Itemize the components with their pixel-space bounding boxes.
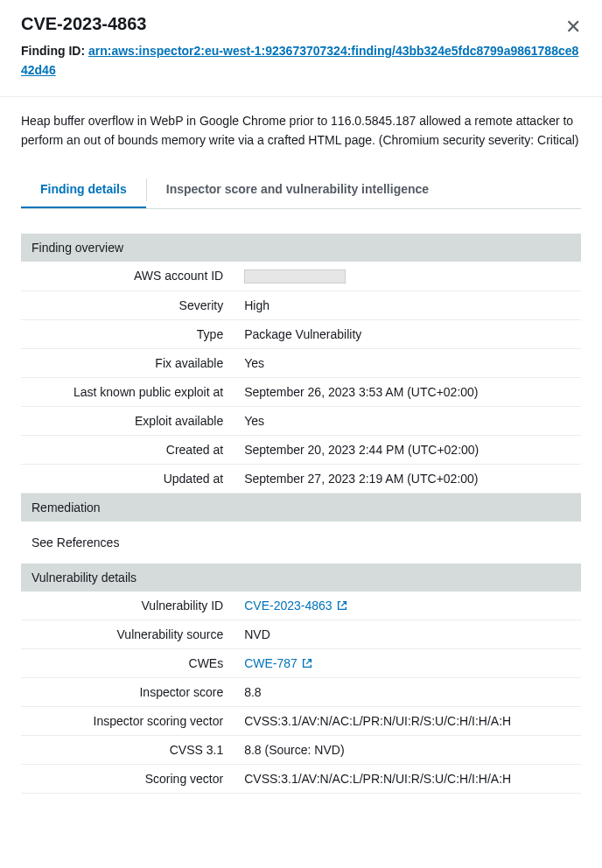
vuln-key-id: Vulnerability ID [21, 592, 234, 620]
overview-value-severity: High [234, 290, 581, 319]
vuln-key-cvss31: CVSS 3.1 [21, 735, 234, 764]
overview-key-created: Created at [21, 435, 234, 464]
overview-key-type: Type [21, 319, 234, 348]
close-button[interactable]: ✕ [565, 18, 581, 37]
table-row: Fix available Yes [21, 348, 581, 377]
table-row: Last known public exploit at September 2… [21, 377, 581, 406]
vuln-value-scoring-vector: CVSS:3.1/AV:N/AC:L/PR:N/UI:R/S:U/C:H/I:H… [234, 764, 581, 793]
overview-key-updated: Updated at [21, 464, 234, 493]
table-row: Exploit available Yes [21, 406, 581, 435]
vuln-key-cwes: CWEs [21, 648, 234, 677]
overview-value-type: Package Vulnerability [234, 319, 581, 348]
overview-table: AWS account ID Severity High Type Packag… [21, 262, 581, 494]
table-row: CVSS 3.1 8.8 (Source: NVD) [21, 735, 581, 764]
table-row: Type Package Vulnerability [21, 319, 581, 348]
vuln-value-inspector-vector: CVSS:3.1/AV:N/AC:L/PR:N/UI:R/S:U/C:H/I:H… [234, 706, 581, 735]
finding-id-row: Finding ID: arn:aws:inspector2:eu-west-1… [21, 41, 581, 80]
finding-id-label: Finding ID: [21, 44, 88, 58]
table-row: Inspector score 8.8 [21, 677, 581, 706]
vuln-value-cvss31: 8.8 (Source: NVD) [234, 735, 581, 764]
cwe-link-text: CWE-787 [244, 656, 298, 670]
vuln-key-scoring-vector: Scoring vector [21, 764, 234, 793]
overview-value-updated: September 27, 2023 2:19 AM (UTC+02:00) [234, 464, 581, 493]
vuln-key-inspector-score: Inspector score [21, 677, 234, 706]
table-row: Created at September 20, 2023 2:44 PM (U… [21, 435, 581, 464]
overview-value-aws-account [234, 262, 581, 291]
finding-id-link[interactable]: arn:aws:inspector2:eu-west-1:92367370732… [21, 44, 578, 77]
vuln-key-source: Vulnerability source [21, 620, 234, 648]
overview-value-created: September 20, 2023 2:44 PM (UTC+02:00) [234, 435, 581, 464]
section-header-overview: Finding overview [21, 234, 581, 262]
vuln-value-cwes: CWE-787 [234, 648, 581, 677]
table-row: Vulnerability ID CVE-2023-4863 [21, 592, 581, 620]
table-row: CWEs CWE-787 [21, 648, 581, 677]
overview-key-last-exploit: Last known public exploit at [21, 377, 234, 406]
tab-bar: Finding details Inspector score and vuln… [21, 172, 581, 209]
overview-key-aws-account: AWS account ID [21, 262, 234, 291]
vuln-value-source: NVD [234, 620, 581, 648]
vuln-value-inspector-score: 8.8 [234, 677, 581, 706]
external-link-icon [301, 657, 313, 669]
overview-key-exploit-avail: Exploit available [21, 406, 234, 435]
finding-title: CVE-2023-4863 [21, 14, 581, 34]
section-header-remediation: Remediation [21, 494, 581, 522]
overview-key-fix: Fix available [21, 348, 234, 377]
redacted-account-id [244, 270, 346, 284]
overview-value-last-exploit: September 26, 2023 3:53 AM (UTC+02:00) [234, 377, 581, 406]
section-header-vuln: Vulnerability details [21, 564, 581, 592]
vuln-id-link-text: CVE-2023-4863 [244, 598, 332, 612]
table-row: AWS account ID [21, 262, 581, 291]
vuln-value-id: CVE-2023-4863 [234, 592, 581, 620]
finding-description: Heap buffer overflow in WebP in Google C… [21, 111, 581, 150]
overview-value-fix: Yes [234, 348, 581, 377]
overview-value-exploit-avail: Yes [234, 406, 581, 435]
tab-inspector-score[interactable]: Inspector score and vulnerability intell… [147, 172, 448, 208]
external-link-icon [336, 599, 348, 612]
vuln-key-inspector-vector: Inspector scoring vector [21, 706, 234, 735]
close-icon: ✕ [565, 16, 581, 38]
finding-detail-panel: ✕ CVE-2023-4863 Finding ID: arn:aws:insp… [0, 0, 602, 794]
vuln-id-link[interactable]: CVE-2023-4863 [244, 598, 347, 612]
tab-finding-details[interactable]: Finding details [21, 172, 146, 208]
overview-key-severity: Severity [21, 290, 234, 319]
header-divider [0, 96, 602, 97]
remediation-body: See References [21, 522, 581, 564]
table-row: Updated at September 27, 2023 2:19 AM (U… [21, 464, 581, 493]
vuln-table: Vulnerability ID CVE-2023-4863 Vulnerabi… [21, 592, 581, 794]
cwe-link[interactable]: CWE-787 [244, 656, 313, 670]
table-row: Vulnerability source NVD [21, 620, 581, 648]
table-row: Scoring vector CVSS:3.1/AV:N/AC:L/PR:N/U… [21, 764, 581, 793]
table-row: Inspector scoring vector CVSS:3.1/AV:N/A… [21, 706, 581, 735]
table-row: Severity High [21, 290, 581, 319]
